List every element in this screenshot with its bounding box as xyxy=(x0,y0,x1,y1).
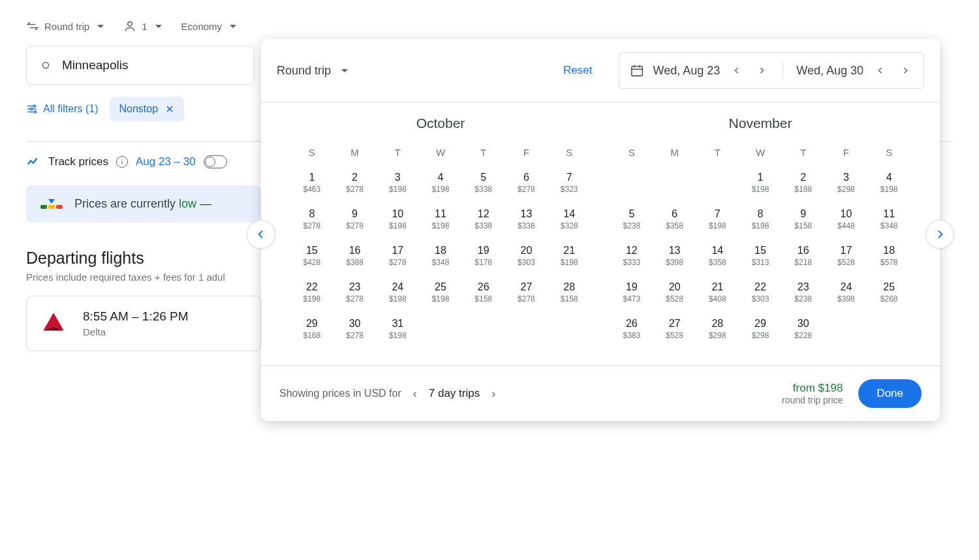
person-icon xyxy=(123,20,136,33)
calendar-day[interactable]: 29$298 xyxy=(742,312,779,346)
calendar-day[interactable]: 17$528 xyxy=(828,239,865,273)
calendar-day[interactable]: 9$278 xyxy=(337,202,373,236)
calendar-day[interactable]: 30$278 xyxy=(337,312,373,346)
calendar-day[interactable]: 20$303 xyxy=(508,239,545,273)
calendar-day-number: 25 xyxy=(883,281,895,293)
calendar-day[interactable]: 16$218 xyxy=(785,239,822,273)
calendar-day[interactable]: 28$298 xyxy=(699,312,736,346)
calendar-day[interactable]: 22$198 xyxy=(294,275,330,309)
calendar-day[interactable]: 7$323 xyxy=(551,166,587,200)
calendar-day[interactable]: 1$463 xyxy=(294,166,330,200)
calendar-day[interactable]: 16$388 xyxy=(337,239,373,273)
calendar-day[interactable]: 21$198 xyxy=(551,239,587,273)
calendar-day[interactable]: 13$398 xyxy=(657,239,693,273)
calendar-day[interactable]: 4$198 xyxy=(422,166,459,200)
calendar-day-number: 20 xyxy=(521,245,533,257)
calendar-day[interactable]: 4$198 xyxy=(871,166,907,200)
calendar-day[interactable]: 6$358 xyxy=(657,202,693,236)
calendar-day[interactable]: 13$338 xyxy=(508,202,545,236)
calendar-day[interactable]: 29$168 xyxy=(294,312,330,346)
calendar-day[interactable]: 23$278 xyxy=(337,275,373,309)
calendar-day[interactable]: 15$313 xyxy=(742,239,779,273)
calendar-day[interactable]: 23$238 xyxy=(785,275,822,309)
calendar-day-number: 13 xyxy=(521,208,533,220)
calendar-next-button[interactable] xyxy=(925,220,954,249)
track-dates[interactable]: Aug 23 – 30 xyxy=(136,155,196,168)
depart-next-day[interactable] xyxy=(754,63,769,78)
calendar-day[interactable]: 6$278 xyxy=(508,166,545,200)
calendar-day[interactable]: 3$198 xyxy=(379,166,416,200)
return-next-day[interactable] xyxy=(897,63,913,78)
calendar-day-price: $388 xyxy=(346,258,364,267)
calendar-day[interactable]: 31$198 xyxy=(379,312,416,346)
calendar-day[interactable]: 24$398 xyxy=(828,275,865,309)
calendar-day-price: $578 xyxy=(880,258,898,267)
calendar-day[interactable]: 8$278 xyxy=(294,202,330,236)
calendar-day[interactable]: 22$303 xyxy=(742,275,779,309)
return-prev-day[interactable] xyxy=(873,63,888,78)
calendar-day[interactable]: 27$528 xyxy=(657,312,693,346)
reset-button[interactable]: Reset xyxy=(563,64,592,77)
calendar-day[interactable]: 8$198 xyxy=(742,202,779,236)
return-date-field[interactable]: Wed, Aug 30 xyxy=(796,64,863,78)
trip-length-prev[interactable]: ‹ xyxy=(411,387,420,401)
calendar-day[interactable]: 21$408 xyxy=(699,275,736,309)
calendar-day-number: 13 xyxy=(669,245,681,257)
calendar-day[interactable]: 20$528 xyxy=(657,275,693,309)
nonstop-chip[interactable]: Nonstop xyxy=(110,97,184,121)
calendar-day[interactable]: 26$158 xyxy=(465,275,502,309)
calendar-day[interactable]: 2$278 xyxy=(337,166,373,200)
calendar-day[interactable]: 14$328 xyxy=(551,202,587,236)
calendar-day[interactable]: 14$358 xyxy=(699,239,736,273)
svg-point-2 xyxy=(33,105,35,107)
passengers-selector[interactable]: 1 xyxy=(123,20,161,33)
calendar-day[interactable]: 2$188 xyxy=(785,166,822,200)
depart-prev-day[interactable] xyxy=(729,63,745,78)
calendar-day[interactable]: 15$428 xyxy=(294,239,330,273)
calendar-day[interactable]: 19$178 xyxy=(465,239,502,273)
calendar-day[interactable]: 11$198 xyxy=(422,202,459,236)
info-icon[interactable]: i xyxy=(116,156,128,168)
calendar-day-price: $428 xyxy=(303,258,321,267)
calendar-prev-button[interactable] xyxy=(247,220,275,249)
calendar-day[interactable]: 25$268 xyxy=(871,275,907,309)
caret-down-icon xyxy=(230,25,236,28)
calendar-day[interactable]: 12$333 xyxy=(614,239,650,273)
origin-input[interactable]: Minneapolis xyxy=(26,46,255,85)
calendar-day[interactable]: 18$348 xyxy=(422,239,459,273)
calendar-day[interactable]: 24$198 xyxy=(379,275,416,309)
cabin-selector[interactable]: Economy xyxy=(181,21,237,32)
calendar-day[interactable]: 12$338 xyxy=(465,202,502,236)
calendar-day[interactable]: 28$158 xyxy=(551,275,587,309)
depart-date-field[interactable]: Wed, Aug 23 xyxy=(653,64,721,78)
calendar-day[interactable]: 26$383 xyxy=(614,312,650,346)
calendar-day[interactable]: 17$278 xyxy=(379,239,416,273)
close-icon[interactable] xyxy=(164,104,175,114)
calendar-day[interactable]: 5$338 xyxy=(465,166,502,200)
trip-type-selector[interactable]: Round trip xyxy=(26,20,104,33)
calendar-day[interactable]: 11$348 xyxy=(871,202,907,236)
calendar-day[interactable]: 18$578 xyxy=(871,239,907,273)
calendar-day[interactable]: 9$158 xyxy=(785,202,822,236)
calendar-day[interactable]: 10$198 xyxy=(379,202,416,236)
done-button[interactable]: Done xyxy=(858,379,922,408)
date-picker-modal: Round trip Reset Wed, Aug 23 Wed, Aug 30 xyxy=(261,39,940,421)
dp-trip-type-label: Round trip xyxy=(277,64,331,78)
track-toggle[interactable] xyxy=(204,155,227,168)
calendar-day[interactable]: 1$198 xyxy=(742,166,779,200)
trip-length-next[interactable]: › xyxy=(489,387,498,401)
calendar-day[interactable]: 5$238 xyxy=(614,202,650,236)
calendar-day[interactable]: 10$448 xyxy=(828,202,865,236)
calendar-day[interactable]: 27$278 xyxy=(508,275,545,309)
calendar-day[interactable]: 7$198 xyxy=(699,202,736,236)
all-filters-button[interactable]: All filters (1) xyxy=(26,103,98,115)
calendar-day[interactable]: 25$198 xyxy=(422,275,459,309)
calendar-day[interactable]: 19$473 xyxy=(614,275,650,309)
calendar-dow: W xyxy=(422,142,459,163)
calendar-day-price: $158 xyxy=(474,294,492,303)
flight-result-card[interactable]: 8:55 AM – 1:26 PM Delta xyxy=(26,296,261,351)
calendar-day[interactable]: 3$298 xyxy=(828,166,865,200)
dp-trip-type-selector[interactable]: Round trip xyxy=(277,64,348,78)
calendar-day[interactable]: 30$228 xyxy=(785,312,822,346)
banner-low: low xyxy=(179,197,196,210)
